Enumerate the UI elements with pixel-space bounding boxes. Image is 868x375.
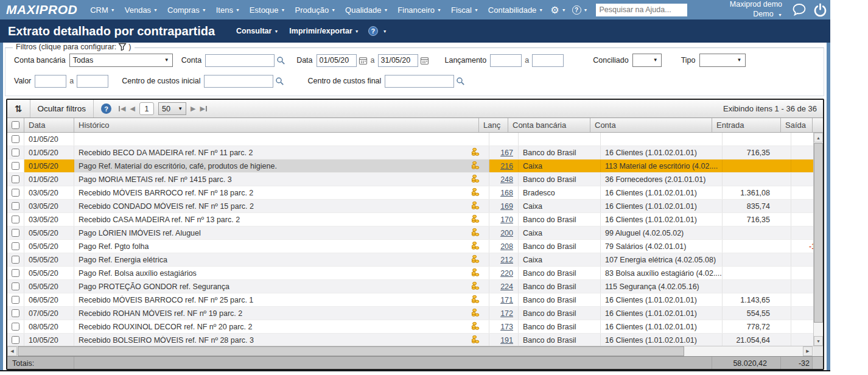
table-row[interactable]: 07/05/20 Recebido ROHAN MÓVEIS ref. NF n… — [7, 307, 823, 320]
lanc-link[interactable]: 170 — [500, 216, 513, 224]
table-row[interactable]: 05/05/20 Pago Ref. Bolsa auxílio estagiá… — [7, 267, 823, 280]
row-checkbox[interactable] — [12, 216, 19, 223]
nav-menu-vendas[interactable]: Vendas ▼ — [121, 5, 162, 15]
coins-icon[interactable] — [471, 160, 480, 172]
row-checkbox[interactable] — [12, 309, 19, 317]
tipo-select[interactable]: ▼ — [699, 54, 746, 67]
row-checkbox[interactable] — [12, 202, 19, 210]
data-from-input[interactable] — [317, 54, 357, 67]
table-row[interactable]: 03/05/20 Recebido CASA MADEIRA ref. NF n… — [7, 213, 823, 226]
coins-icon[interactable] — [471, 334, 480, 346]
conta-input[interactable] — [205, 54, 275, 67]
table-row[interactable]: 05/05/20 Pago Ref. Pgto folha 208 Banco … — [7, 240, 823, 253]
row-checkbox[interactable] — [12, 189, 19, 197]
lanc-link[interactable]: 212 — [500, 256, 513, 264]
lanc-link[interactable]: 220 — [500, 269, 513, 278]
nav-menu-estoque[interactable]: Estoque ▼ — [245, 5, 290, 15]
coins-icon[interactable] — [471, 254, 480, 265]
filters-legend[interactable]: Filtros (clique para configurar: ) — [13, 43, 135, 51]
cc-inicial-input[interactable] — [204, 75, 273, 88]
imprimir-exportar-menu[interactable]: Imprimir/exportar▼ — [284, 27, 364, 35]
nav-menu-itens[interactable]: Itens ▼ — [212, 5, 244, 15]
coins-icon[interactable] — [471, 173, 480, 185]
data-to-input[interactable] — [378, 54, 418, 67]
header-data[interactable]: Data — [24, 118, 74, 132]
refresh-button[interactable]: ⇅ — [7, 100, 30, 117]
help-search-input[interactable] — [596, 4, 687, 16]
last-page-button[interactable]: ▶ — [200, 105, 207, 113]
current-page-box[interactable]: 1 — [139, 102, 154, 115]
coins-icon[interactable] — [471, 147, 480, 158]
conta-search-icon[interactable] — [276, 56, 285, 65]
lanc-link[interactable]: 168 — [500, 189, 513, 197]
lanc-link[interactable]: 208 — [500, 242, 513, 251]
row-checkbox[interactable] — [12, 175, 19, 183]
valor-to-input[interactable] — [77, 75, 108, 88]
header-conta[interactable]: Conta — [590, 118, 712, 132]
table-row[interactable]: 05/05/20 Pago PROTEÇÃO GONDOR ref. Segur… — [7, 280, 823, 293]
coins-icon[interactable] — [471, 227, 480, 239]
nav-menu-crm[interactable]: CRM ▼ — [86, 5, 119, 15]
lanc-link[interactable]: 224 — [500, 282, 513, 291]
header-lanc[interactable]: Lanç — [479, 118, 508, 132]
calendar-icon[interactable] — [359, 56, 368, 65]
page-size-select[interactable]: 50▼ — [158, 102, 186, 115]
coins-icon[interactable] — [471, 267, 480, 279]
conciliado-select[interactable]: ▼ — [632, 54, 662, 67]
next-page-button[interactable]: ▶ — [191, 105, 195, 113]
scroll-right-icon[interactable]: ▶ — [803, 346, 813, 356]
nav-menu-produção[interactable]: Produção ▼ — [291, 5, 340, 15]
cc-final-search-icon[interactable] — [456, 77, 465, 86]
table-row[interactable]: 01/05/20 Pago MORIA METAIS ref. NF nº 14… — [7, 173, 823, 186]
row-checkbox[interactable] — [12, 296, 19, 304]
row-checkbox[interactable] — [12, 149, 19, 156]
header-saida[interactable]: Saída — [781, 118, 813, 132]
scroll-down-icon[interactable]: ▼ — [814, 336, 823, 346]
account-menu[interactable]: Maxiprod demo Demo ▼ — [730, 0, 782, 19]
lancamento-from-input[interactable] — [490, 54, 522, 67]
conta-bancaria-select[interactable]: Todas▼ — [69, 54, 173, 67]
row-checkbox[interactable] — [12, 269, 19, 277]
vertical-scroll-thumb[interactable] — [814, 143, 823, 323]
horizontal-scrollbar[interactable]: ◀ ▶ — [7, 346, 823, 356]
settings-menu[interactable]: ⚙ ▼ — [547, 4, 569, 16]
lanc-link[interactable]: 248 — [500, 175, 513, 184]
table-row[interactable]: 05/05/20 Pago LÓRIEN IMÓVEIS ref. Alugue… — [7, 226, 823, 240]
prev-page-button[interactable]: ◀ — [130, 105, 135, 113]
grid-help-icon[interactable]: ? — [101, 103, 111, 114]
coins-icon[interactable] — [471, 240, 480, 252]
lancamento-to-input[interactable] — [532, 54, 564, 67]
scroll-up-icon[interactable]: ▲ — [814, 133, 823, 142]
row-checkbox[interactable] — [12, 242, 19, 250]
row-checkbox[interactable] — [12, 135, 19, 143]
header-historico[interactable]: Histórico — [74, 118, 479, 132]
nav-menu-financeiro[interactable]: Financeiro ▼ — [393, 5, 446, 15]
lanc-link[interactable]: 191 — [500, 336, 513, 345]
nav-menu-compras[interactable]: Compras ▼ — [163, 5, 211, 15]
vertical-scrollbar[interactable]: ▲ ▼ — [813, 133, 823, 346]
lanc-link[interactable]: 171 — [500, 296, 513, 304]
lanc-link[interactable]: 173 — [500, 323, 513, 331]
table-row[interactable]: 01/05/20 — [7, 133, 823, 146]
table-row[interactable]: 03/05/20 Recebido CONDADO MÓVEIS ref. NF… — [7, 200, 823, 213]
horizontal-scroll-thumb[interactable] — [18, 346, 684, 356]
lanc-link[interactable]: 167 — [500, 149, 513, 157]
table-row[interactable]: 05/05/20 Pago Ref. Energia elétrica 212 … — [7, 253, 823, 267]
row-checkbox[interactable] — [12, 256, 19, 264]
row-checkbox[interactable] — [12, 336, 19, 344]
scroll-left-icon[interactable]: ◀ — [7, 346, 17, 356]
coins-icon[interactable] — [471, 294, 480, 306]
lanc-link[interactable]: 216 — [500, 162, 513, 170]
calendar-icon[interactable] — [420, 56, 429, 65]
first-page-button[interactable]: ◀ — [119, 105, 125, 113]
lanc-link[interactable]: 172 — [500, 309, 513, 318]
table-row[interactable]: 01/05/20 Pago Ref. Material do escritóri… — [7, 159, 823, 173]
chat-icon[interactable] — [791, 2, 807, 17]
coins-icon[interactable] — [471, 200, 480, 212]
coins-icon[interactable] — [471, 321, 480, 332]
consultar-menu[interactable]: Consultar▼ — [231, 27, 284, 35]
table-row[interactable]: 10/05/20 Recebido BOLSEIRO MÓVEIS ref. N… — [7, 334, 823, 346]
nav-menu-contabilidade[interactable]: Contabilidade ▼ — [484, 5, 547, 15]
nav-menu-fiscal[interactable]: Fiscal ▼ — [447, 5, 483, 15]
table-row[interactable]: 08/05/20 Recebido ROUXINOL DECOR ref. NF… — [7, 320, 823, 334]
